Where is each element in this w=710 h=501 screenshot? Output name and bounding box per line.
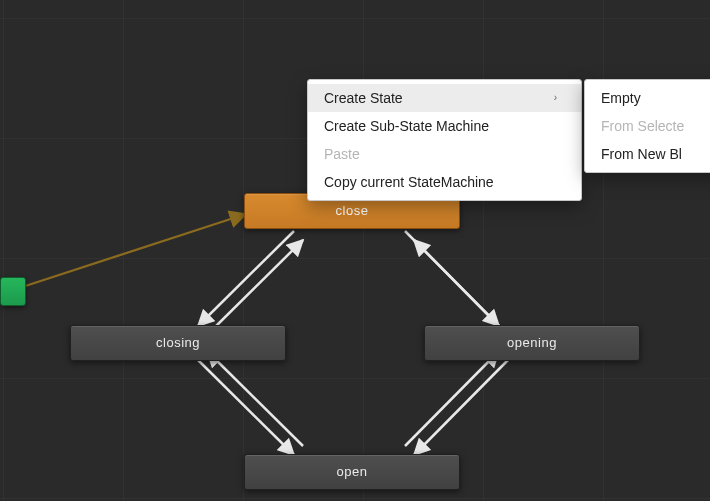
node-opening[interactable]: opening	[424, 325, 640, 361]
menu-item-label: From Selecte	[601, 117, 684, 135]
edge-close-opening	[405, 231, 499, 326]
submenu-item-empty[interactable]: Empty	[585, 84, 710, 112]
menu-item-paste: Paste	[308, 140, 581, 168]
edge-closing-open	[198, 360, 294, 455]
node-label: closing	[156, 335, 200, 350]
menu-item-label: From New Bl	[601, 145, 682, 163]
menu-item-copy-current[interactable]: Copy current StateMachine	[308, 168, 581, 196]
menu-item-label: Paste	[324, 145, 360, 163]
edge-closing-close	[207, 240, 303, 335]
node-closing[interactable]: closing	[70, 325, 286, 361]
node-label: open	[337, 464, 368, 479]
submenu-item-from-selected: From Selecte	[585, 112, 710, 140]
node-open[interactable]: open	[244, 454, 460, 490]
node-label: opening	[507, 335, 557, 350]
edge-entry-close	[13, 214, 246, 290]
entry-node[interactable]	[0, 277, 26, 306]
state-machine-canvas[interactable]: close closing opening open Create State …	[0, 0, 710, 501]
edge-close-closing	[198, 231, 294, 326]
edge-open-opening	[405, 351, 499, 446]
menu-item-create-sub-sm[interactable]: Create Sub-State Machine	[308, 112, 581, 140]
edge-layer	[0, 0, 710, 501]
edge-open-closing	[207, 351, 303, 446]
menu-item-label: Copy current StateMachine	[324, 173, 494, 191]
menu-item-create-state[interactable]: Create State ›	[308, 84, 581, 112]
context-menu: Create State › Create Sub-State Machine …	[307, 79, 582, 201]
node-label: close	[336, 203, 369, 218]
menu-item-label: Empty	[601, 89, 641, 107]
edge-opening-close	[414, 240, 508, 335]
submenu-item-from-new-bt[interactable]: From New Bl	[585, 140, 710, 168]
menu-item-label: Create Sub-State Machine	[324, 117, 489, 135]
context-submenu: Empty From Selecte From New Bl	[584, 79, 710, 173]
edge-opening-open	[414, 360, 508, 455]
chevron-right-icon: ›	[554, 89, 557, 107]
menu-item-label: Create State	[324, 89, 403, 107]
